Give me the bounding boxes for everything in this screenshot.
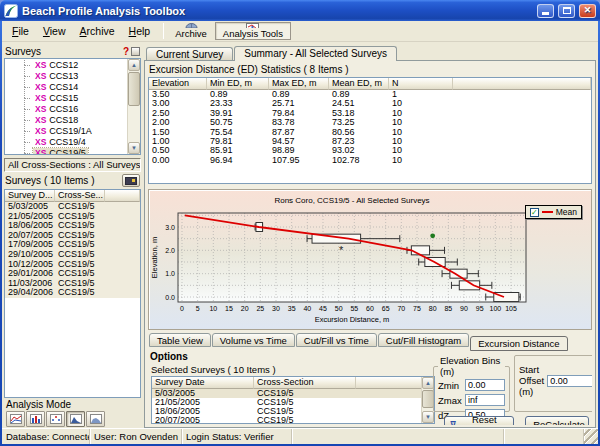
- tab-cut-fill-histogram[interactable]: Cut/Fill Histogram: [378, 333, 470, 347]
- elevation-bins-legend: Elevation Bins (m): [438, 355, 505, 377]
- legend-checkbox[interactable]: ✓: [530, 208, 539, 217]
- svg-text:2.0: 2.0: [165, 247, 175, 254]
- column-header[interactable]: Survey Date: [152, 377, 254, 389]
- bar-chart-mode-button[interactable]: [26, 411, 45, 427]
- table-row[interactable]: 29/04/2006CCS19/5: [5, 288, 140, 298]
- tab-cut-fill-vs-time[interactable]: Cut/Fill vs Time: [296, 333, 377, 347]
- options-title: Options: [150, 351, 188, 362]
- scatter-chart-icon: [50, 414, 62, 424]
- table-row[interactable]: 10/12/2005CCS19/5: [5, 260, 140, 270]
- toolbar-separator: [163, 23, 164, 39]
- tree-scrollbar[interactable]: ▲ ▼: [127, 59, 140, 154]
- svg-text:30: 30: [272, 305, 280, 312]
- table-row[interactable]: 5/03/2005CCS19/5: [5, 202, 140, 212]
- filter-bar: All Cross-Sections : All Surveys: [4, 158, 141, 172]
- table-row[interactable]: 1.5075.5487.8780.5610: [149, 128, 591, 137]
- title-bar: Beach Profile Analysis Toolbox ✕: [0, 0, 600, 21]
- sidebar: Surveys ? XSCCS12XSCCS13XSCCS14XSCCS15XS…: [4, 44, 141, 428]
- scatter-chart-mode-button[interactable]: [46, 411, 65, 427]
- tab-table-view[interactable]: Table View: [149, 333, 211, 347]
- svg-text:25: 25: [256, 305, 264, 312]
- table-row[interactable]: 21/05/2005CCS19/5: [5, 212, 140, 222]
- selected-surveys-label: Selected Surveys ( 10 Items ): [151, 364, 276, 375]
- table-header: Survey D...Cross-Se...: [5, 190, 140, 202]
- status-panel: User: Ron Ovenden: [90, 429, 182, 444]
- table-row[interactable]: 21/05/2005CCS19/5: [152, 398, 423, 407]
- histogram-mode-button[interactable]: [86, 411, 105, 427]
- summary-tab-page: Excursion Distance (ED) Statistics ( 8 I…: [144, 60, 596, 428]
- start-offset-input[interactable]: [547, 375, 592, 387]
- column-header[interactable]: Cross-Se...: [55, 190, 105, 202]
- selected-surveys-table-wrap: Survey DateCross-Section 5/03/2005CCS19/…: [151, 376, 435, 424]
- table-row[interactable]: 2.0050.7583.7873.2510: [149, 118, 591, 127]
- table-row[interactable]: 2.5039.9179.8453.1810: [149, 109, 591, 118]
- surveys-tree-list: XSCCS12XSCCS13XSCCS14XSCCS15XSCCS16XSCCS…: [5, 60, 127, 155]
- tab-volume-vs-time[interactable]: Volume vs Time: [212, 333, 295, 347]
- scroll-thumb[interactable]: [128, 72, 140, 106]
- analysis-tools-toolbar-button[interactable]: Analysis Tools: [215, 22, 291, 40]
- menu-bar: FileViewArchiveHelp: [2, 21, 160, 41]
- reset-constraints-button[interactable]: ⊽ Reset Constraints: [444, 416, 514, 425]
- table-row[interactable]: 3.0023.3325.7124.5110: [149, 99, 591, 108]
- archive-toolbar-button[interactable]: Archive: [167, 22, 215, 40]
- area-chart-icon: [70, 414, 82, 424]
- table-row[interactable]: 17/09/2005CCS19/5: [5, 240, 140, 250]
- sidebar-surveys-table: Survey D...Cross-Se... 5/03/2005CCS19/52…: [4, 189, 141, 398]
- zmax-input[interactable]: [465, 394, 505, 406]
- column-header[interactable]: Min ED, m: [207, 78, 269, 90]
- table-body: 5/03/2005CCS19/521/05/2005CCS19/518/06/2…: [5, 202, 140, 298]
- table-header: Survey DateCross-Section: [152, 377, 423, 389]
- options-section: Options Selected Surveys ( 10 Items ) Su…: [148, 351, 592, 425]
- menu-file[interactable]: File: [6, 23, 35, 39]
- svg-text:5: 5: [196, 305, 200, 312]
- status-panel: Login Status: Verifier: [182, 429, 292, 444]
- scroll-down-icon[interactable]: ▼: [422, 411, 434, 423]
- zmin-input[interactable]: [465, 379, 505, 391]
- table-row[interactable]: 0.0096.94107.95102.7810: [149, 156, 591, 165]
- table-row[interactable]: 0.5085.9198.8993.0210: [149, 146, 591, 155]
- table-row[interactable]: 29/01/2006CCS19/5: [5, 269, 140, 279]
- close-button[interactable]: ✕: [579, 4, 596, 18]
- chart-legend[interactable]: ✓ Mean: [525, 205, 582, 219]
- svg-text:3.0: 3.0: [165, 224, 175, 231]
- table-row[interactable]: 18/06/2005CCS19/5: [5, 221, 140, 231]
- excursion-chart-panel: 0510152025303540455055606570758085909510…: [148, 189, 592, 330]
- column-header[interactable]: Cross-Section: [254, 377, 356, 389]
- table-row[interactable]: 20/07/2005CCS19/5: [152, 416, 423, 423]
- menu-archive[interactable]: Archive: [74, 23, 121, 39]
- column-header[interactable]: Max ED, m: [269, 78, 329, 90]
- svg-text:1.0: 1.0: [165, 270, 175, 277]
- recalculate-button[interactable]: ReCalculate: [525, 416, 589, 425]
- table-body: 5/03/2005CCS19/521/05/2005CCS19/518/06/2…: [152, 389, 423, 423]
- pin-icon[interactable]: [131, 47, 140, 56]
- tab-summary-all-selected-surveys[interactable]: Summary - All Selected Surveys: [234, 46, 397, 61]
- scroll-up-icon[interactable]: ▲: [128, 59, 140, 71]
- tab-current-survey[interactable]: Current Survey: [146, 47, 233, 60]
- table-row[interactable]: 1.0079.8194.5787.2310: [149, 137, 591, 146]
- column-header[interactable]: Elevation: [149, 78, 207, 90]
- column-header[interactable]: N: [389, 78, 453, 90]
- svg-text:0.0: 0.0: [165, 294, 175, 301]
- help-icon[interactable]: ?: [123, 46, 129, 57]
- export-button[interactable]: [122, 174, 140, 187]
- table-row[interactable]: 20/07/2005CCS19/5: [5, 231, 140, 241]
- profile-mode-button[interactable]: [66, 411, 85, 427]
- menu-view[interactable]: View: [37, 23, 72, 39]
- menu-help[interactable]: Help: [123, 23, 157, 39]
- table-row[interactable]: 5/03/2005CCS19/5: [152, 389, 423, 398]
- table-row[interactable]: 3.500.890.890.891: [149, 90, 591, 99]
- table-row[interactable]: 18/06/2005CCS19/5: [152, 407, 423, 416]
- field-label: Zmin: [438, 380, 462, 391]
- column-header[interactable]: Mean ED, m: [329, 78, 389, 90]
- scroll-down-icon[interactable]: ▼: [128, 142, 140, 154]
- tab-excursion-distance[interactable]: Excursion Distance: [470, 336, 567, 351]
- resize-grip[interactable]: [584, 429, 598, 444]
- line-chart-mode-button[interactable]: [6, 411, 25, 427]
- table-row[interactable]: 11/03/2006CCS19/5: [5, 279, 140, 289]
- table-row[interactable]: 29/10/2005CCS19/5: [5, 250, 140, 260]
- analysis-mode-section: Analysis Mode: [4, 398, 141, 428]
- svg-text:50: 50: [335, 305, 343, 312]
- maximize-button[interactable]: [558, 4, 575, 18]
- minimize-button[interactable]: [537, 4, 554, 18]
- column-header[interactable]: Survey D...: [5, 190, 55, 202]
